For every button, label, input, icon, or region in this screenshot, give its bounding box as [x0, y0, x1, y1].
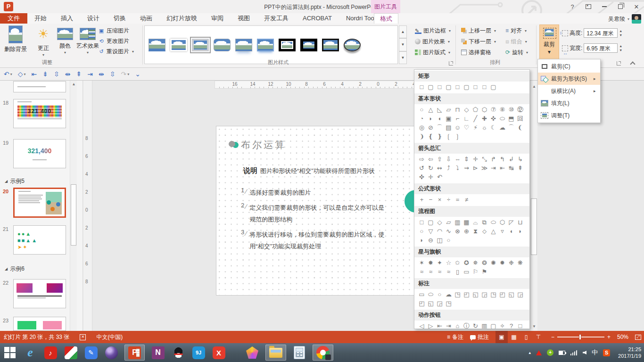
- shape-item[interactable]: ▱: [444, 218, 453, 227]
- shape-item[interactable]: ◱: [471, 290, 480, 299]
- align-bottom-button[interactable]: ⇟: [42, 70, 48, 78]
- shape-item[interactable]: ✛: [426, 173, 435, 181]
- shape-item[interactable]: ╱: [471, 114, 480, 123]
- tab-file[interactable]: 文件: [0, 13, 27, 24]
- picture-style-rounded-corners[interactable]: [214, 39, 231, 51]
- taskbar-calculator-app[interactable]: [292, 345, 306, 361]
- shape-item[interactable]: ◰: [417, 299, 426, 308]
- shape-item[interactable]: ⇨: [417, 155, 426, 164]
- shape-item[interactable]: ◖: [435, 114, 444, 123]
- width-stepper[interactable]: ▲▼: [619, 44, 622, 52]
- tray-expand-icon[interactable]: ▴: [529, 350, 531, 355]
- shape-item[interactable]: ⑧: [498, 105, 507, 114]
- height-input[interactable]: 12.34 厘米: [584, 28, 618, 38]
- tab-插入[interactable]: 插入: [54, 13, 80, 24]
- clock[interactable]: 21:25 2017/1/19: [618, 346, 641, 359]
- shape-item[interactable]: □: [417, 82, 426, 91]
- slide-thumbnail-23[interactable]: [13, 317, 66, 331]
- shape-item[interactable]: ↭: [435, 164, 444, 173]
- shape-item[interactable]: ↻: [426, 164, 435, 173]
- color-button[interactable]: 颜色 ▾: [55, 25, 75, 64]
- size-dialog-launcher[interactable]: [617, 61, 621, 66]
- shape-item[interactable]: ✛: [471, 155, 480, 164]
- picture-styles-dialog-launcher[interactable]: [449, 61, 453, 66]
- shape-item[interactable]: ▢: [426, 218, 435, 227]
- shape-item[interactable]: ◲: [480, 290, 489, 299]
- shape-item[interactable]: ▭: [462, 267, 471, 276]
- taskbar-netease-music[interactable]: ♪: [43, 345, 58, 361]
- menu-item-fill[interactable]: 填充(L): [538, 97, 600, 109]
- shape-item[interactable]: ⇧: [435, 155, 444, 164]
- shape-item[interactable]: ⤵: [453, 164, 462, 173]
- shape-item[interactable]: ⊕: [462, 227, 471, 236]
- shape-item[interactable]: ◎: [417, 123, 426, 132]
- zoom-out-icon[interactable]: −: [551, 334, 554, 340]
- shape-item[interactable]: ⚡: [471, 123, 480, 132]
- shape-item[interactable]: ◰: [462, 290, 471, 299]
- taskbar-notes-app[interactable]: ✎: [84, 345, 98, 361]
- gallery-scroll-down-button[interactable]: ▼: [399, 38, 407, 51]
- shape-item[interactable]: ⇥: [489, 164, 498, 173]
- taskbar-start-button[interactable]: [3, 345, 17, 361]
- shape-item[interactable]: ⊖: [426, 236, 435, 245]
- spellcheck-icon[interactable]: [80, 334, 86, 340]
- shape-item[interactable]: =: [453, 195, 462, 204]
- selection-pane-button[interactable]: 选择窗格: [461, 48, 496, 57]
- shape-item[interactable]: ▱: [444, 105, 453, 114]
- shape-item[interactable]: 回: [516, 114, 525, 123]
- shape-item[interactable]: ◳: [489, 290, 498, 299]
- picture-style-oval-shadow[interactable]: [344, 39, 361, 51]
- shape-item[interactable]: ☼: [480, 123, 489, 132]
- send-backward-button[interactable]: 下移一层 ▾: [461, 37, 496, 46]
- tab-幻灯片放映[interactable]: 幻灯片放映: [159, 13, 204, 24]
- shape-item[interactable]: △: [426, 105, 435, 114]
- compress-pictures-button[interactable]: ▣ 压缩图片: [98, 26, 134, 35]
- shape-item[interactable]: □: [435, 82, 444, 91]
- shape-item[interactable]: ⊗: [453, 227, 462, 236]
- shape-item[interactable]: △: [489, 227, 498, 236]
- shape-item[interactable]: ≠: [462, 195, 471, 204]
- shape-item[interactable]: ◫: [435, 236, 444, 245]
- tab-开始[interactable]: 开始: [27, 13, 54, 24]
- distribute-horizontal-button[interactable]: ⇹: [99, 70, 104, 78]
- shape-item[interactable]: ☁: [498, 123, 507, 132]
- shape-item[interactable]: ✦: [435, 258, 444, 267]
- width-input[interactable]: 6.95 厘米: [584, 43, 618, 53]
- taskbar-gem-app[interactable]: [245, 345, 259, 361]
- shape-item[interactable]: ○: [417, 227, 426, 236]
- shape-item[interactable]: ◖: [507, 227, 516, 236]
- shape-item[interactable]: ⌂: [453, 321, 462, 329]
- shape-item[interactable]: ☆: [444, 258, 453, 267]
- shape-item[interactable]: ✩: [453, 258, 462, 267]
- zoom-track[interactable]: [557, 337, 604, 337]
- shape-item[interactable]: ≈: [444, 267, 453, 276]
- shape-item[interactable]: ◳: [444, 299, 453, 308]
- comments-toggle[interactable]: 批注: [470, 333, 489, 341]
- ribbon-display-options-button[interactable]: [582, 1, 595, 12]
- shape-item[interactable]: ↲: [507, 155, 516, 164]
- reading-view-button[interactable]: ▯: [520, 331, 532, 343]
- shape-item[interactable]: ▢: [426, 82, 435, 91]
- slide-thumbnail-18[interactable]: 321 400: [13, 99, 66, 128]
- shape-item[interactable]: ▢: [489, 321, 498, 329]
- shape-item[interactable]: ▥: [480, 321, 489, 329]
- shape-item[interactable]: ◲: [435, 299, 444, 308]
- shape-item[interactable]: □: [417, 218, 426, 227]
- zoom-slider[interactable]: − +: [551, 334, 611, 340]
- shape-item[interactable]: ⑫: [516, 105, 525, 114]
- shape-item[interactable]: ∿: [444, 227, 453, 236]
- undo-button[interactable]: ↶▾: [4, 70, 12, 78]
- slide-sorter-button[interactable]: ▦: [508, 331, 520, 343]
- shape-item[interactable]: ◁: [417, 321, 426, 329]
- shape-item[interactable]: ▣: [444, 114, 453, 123]
- align-left-button[interactable]: ⇤: [32, 70, 37, 78]
- height-stepper[interactable]: ▲▼: [619, 29, 622, 37]
- shape-item[interactable]: ⌐: [453, 114, 462, 123]
- shape-item[interactable]: ⇤: [498, 164, 507, 173]
- tab-ACROBAT[interactable]: ACROBAT: [296, 13, 339, 24]
- shape-item[interactable]: ✚: [480, 114, 489, 123]
- picture-layout-button[interactable]: 图片版式 ▾: [415, 48, 451, 57]
- help-button[interactable]: ?: [566, 1, 579, 12]
- rotate-button[interactable]: ⟳ 旋转 ▾: [505, 48, 528, 57]
- shape-item[interactable]: ⊘: [426, 123, 435, 132]
